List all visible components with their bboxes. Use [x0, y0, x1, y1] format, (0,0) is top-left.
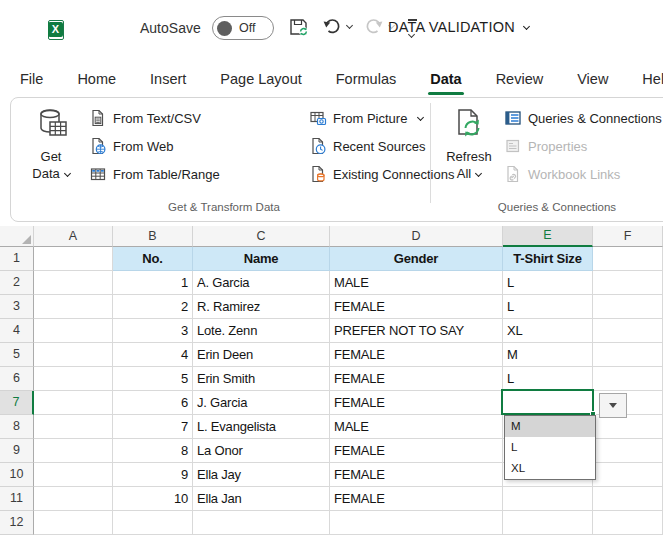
cell-D12[interactable] [330, 511, 503, 535]
row-header-8[interactable]: 8 [0, 415, 34, 439]
selected-cell-E7[interactable] [501, 389, 594, 415]
cell-A6[interactable] [34, 367, 113, 391]
dropdown-option-l[interactable]: L [505, 437, 595, 458]
tab-view[interactable]: View [575, 67, 610, 95]
cell-D9[interactable]: FEMALE [330, 439, 503, 463]
cell-E2[interactable]: L [503, 271, 593, 295]
tab-review[interactable]: Review [494, 67, 546, 95]
cell-F5[interactable] [593, 343, 663, 367]
dropdown-option-m[interactable]: M [505, 416, 595, 437]
cell-C6[interactable]: Erin Smith [193, 367, 330, 391]
dropdown-option-xl[interactable]: XL [505, 458, 595, 479]
cell-A12[interactable] [34, 511, 113, 535]
cell-B12[interactable] [113, 511, 193, 535]
cell-F6[interactable] [593, 367, 663, 391]
cell-D2[interactable]: MALE [330, 271, 503, 295]
row-header-7[interactable]: 7 [0, 391, 34, 415]
cell-D7[interactable]: FEMALE [330, 391, 503, 415]
cell-B2[interactable]: 1 [113, 271, 193, 295]
tab-home[interactable]: Home [75, 67, 118, 95]
cell-D4[interactable]: PREFER NOT TO SAY [330, 319, 503, 343]
autosave-toggle[interactable]: Off [212, 16, 274, 40]
cell-A5[interactable] [34, 343, 113, 367]
cell-B4[interactable]: 3 [113, 319, 193, 343]
cell-A4[interactable] [34, 319, 113, 343]
cell-B10[interactable]: 9 [113, 463, 193, 487]
tab-page-layout[interactable]: Page Layout [218, 67, 303, 95]
cell-E1[interactable]: T-Shirt Size [503, 247, 593, 271]
cell-E12[interactable] [503, 511, 593, 535]
row-header-5[interactable]: 5 [0, 343, 34, 367]
cell-F2[interactable] [593, 271, 663, 295]
cell-E5[interactable]: M [503, 343, 593, 367]
ribbon-item-from-table-range[interactable]: From Table/Range [89, 160, 220, 188]
cell-C9[interactable]: La Onor [193, 439, 330, 463]
cell-B6[interactable]: 5 [113, 367, 193, 391]
row-header-4[interactable]: 4 [0, 319, 34, 343]
cell-B1[interactable]: No. [113, 247, 193, 271]
cell-C8[interactable]: L. Evangelista [193, 415, 330, 439]
ribbon-item-recent-sources[interactable]: Recent Sources [309, 132, 454, 160]
row-header-1[interactable]: 1 [0, 247, 34, 271]
tab-file[interactable]: File [18, 67, 45, 95]
cell-F4[interactable] [593, 319, 663, 343]
row-header-11[interactable]: 11 [0, 487, 34, 511]
ribbon-item-queries-connections[interactable]: Queries & Connections [504, 104, 662, 132]
row-header-6[interactable]: 6 [0, 367, 34, 391]
row-header-3[interactable]: 3 [0, 295, 34, 319]
cell-E11[interactable] [503, 487, 593, 511]
cell-D1[interactable]: Gender [330, 247, 503, 271]
cell-C3[interactable]: R. Ramirez [193, 295, 330, 319]
ribbon-item-from-web[interactable]: From Web [89, 132, 220, 160]
cell-F8[interactable] [593, 415, 663, 439]
cell-B11[interactable]: 10 [113, 487, 193, 511]
cell-C10[interactable]: Ella Jay [193, 463, 330, 487]
cell-F12[interactable] [593, 511, 663, 535]
cell-B7[interactable]: 6 [113, 391, 193, 415]
cell-B9[interactable]: 8 [113, 439, 193, 463]
cell-D3[interactable]: FEMALE [330, 295, 503, 319]
cell-F10[interactable] [593, 463, 663, 487]
column-header-F[interactable]: F [593, 226, 663, 247]
cell-A2[interactable] [34, 271, 113, 295]
undo-dropdown-chevron-icon[interactable] [346, 21, 353, 28]
cell-D8[interactable]: MALE [330, 415, 503, 439]
cell-F11[interactable] [593, 487, 663, 511]
select-all-corner[interactable] [0, 226, 34, 247]
row-header-9[interactable]: 9 [0, 439, 34, 463]
column-header-B[interactable]: B [113, 226, 193, 247]
cell-D5[interactable]: FEMALE [330, 343, 503, 367]
cell-B5[interactable]: 4 [113, 343, 193, 367]
cell-E4[interactable]: XL [503, 319, 593, 343]
row-header-12[interactable]: 12 [0, 511, 34, 535]
cell-A11[interactable] [34, 487, 113, 511]
cell-A8[interactable] [34, 415, 113, 439]
excel-logo-icon[interactable]: X [48, 18, 74, 42]
tab-data[interactable]: Data [428, 67, 463, 95]
tab-help[interactable]: Help [640, 67, 663, 95]
column-header-E[interactable]: E [503, 226, 593, 247]
cell-A9[interactable] [34, 439, 113, 463]
data-validation-dropdown-button[interactable] [599, 393, 627, 418]
column-header-A[interactable]: A [34, 226, 113, 247]
ribbon-item-existing-connections[interactable]: Existing Connections [309, 160, 454, 188]
cell-E3[interactable]: L [503, 295, 593, 319]
cell-B8[interactable]: 7 [113, 415, 193, 439]
tab-insert[interactable]: Insert [148, 67, 188, 95]
cell-A1[interactable] [34, 247, 113, 271]
cell-C2[interactable]: A. Garcia [193, 271, 330, 295]
cell-F9[interactable] [593, 439, 663, 463]
cell-A3[interactable] [34, 295, 113, 319]
cell-C4[interactable]: Lote. Zenn [193, 319, 330, 343]
get-data-button[interactable]: Get Data [19, 106, 83, 182]
ribbon-item-from-picture[interactable]: From Picture [309, 104, 454, 132]
cell-C5[interactable]: Erin Deen [193, 343, 330, 367]
column-header-C[interactable]: C [193, 226, 330, 247]
cell-B3[interactable]: 2 [113, 295, 193, 319]
cell-A7[interactable] [34, 391, 113, 415]
undo-button[interactable] [322, 16, 352, 36]
cell-D11[interactable]: FEMALE [330, 487, 503, 511]
column-header-D[interactable]: D [330, 226, 503, 247]
cell-C12[interactable] [193, 511, 330, 535]
cell-A10[interactable] [34, 463, 113, 487]
